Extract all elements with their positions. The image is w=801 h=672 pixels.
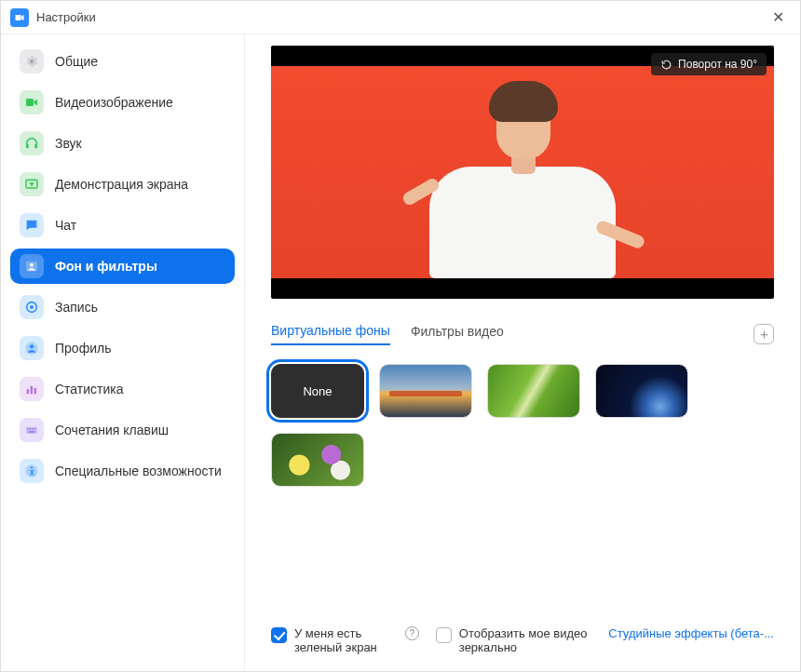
mirror-checkbox[interactable] bbox=[436, 627, 452, 643]
keyboard-icon bbox=[20, 418, 44, 442]
main-panel: Поворот на 90° Виртуальные фоны Фильтры … bbox=[245, 34, 800, 671]
svg-rect-3 bbox=[34, 144, 37, 149]
add-background-button[interactable]: ＋ bbox=[753, 324, 774, 344]
svg-rect-15 bbox=[27, 428, 28, 429]
titlebar: Настройки ✕ bbox=[1, 1, 800, 34]
sidebar-item-label: Видеоизображение bbox=[55, 95, 225, 110]
green-screen-option: У меня есть зеленый экран ? bbox=[271, 626, 419, 654]
background-thumbnails: None bbox=[271, 364, 774, 487]
bg-thumb-none[interactable]: None bbox=[271, 364, 364, 418]
close-button[interactable]: ✕ bbox=[765, 5, 791, 31]
gear-icon bbox=[20, 49, 44, 74]
sidebar-item-audio[interactable]: Звук bbox=[10, 126, 235, 161]
app-icon bbox=[10, 8, 29, 27]
svg-rect-14 bbox=[26, 427, 37, 434]
mirror-option: Отобразить мое видео зеркально bbox=[436, 626, 592, 654]
svg-point-8 bbox=[30, 305, 34, 309]
tabs-row: Виртуальные фоны Фильтры видео ＋ bbox=[271, 323, 774, 345]
green-screen-help-icon[interactable]: ? bbox=[405, 626, 419, 640]
a11y-icon bbox=[20, 459, 44, 483]
sidebar-item-label: Чат bbox=[55, 218, 225, 233]
video-preview: Поворот на 90° bbox=[271, 46, 774, 299]
sidebar-item-general[interactable]: Общие bbox=[10, 44, 235, 79]
sidebar-item-video[interactable]: Видеоизображение bbox=[10, 85, 235, 120]
sidebar-item-label: Демонстрация экрана bbox=[55, 177, 225, 192]
video-icon bbox=[20, 90, 44, 114]
svg-rect-18 bbox=[34, 428, 34, 429]
rotate-label: Поворот на 90° bbox=[678, 58, 757, 71]
bg-thumb-bridge[interactable] bbox=[379, 364, 472, 418]
rotate-90-button[interactable]: Поворот на 90° bbox=[651, 53, 767, 75]
sidebar-item-a11y[interactable]: Специальные возможности bbox=[10, 453, 235, 489]
mirror-label: Отобразить мое видео зеркально bbox=[459, 626, 592, 654]
sidebar-item-shortcuts[interactable]: Сочетания клавиш bbox=[10, 412, 235, 448]
svg-rect-19 bbox=[29, 431, 35, 432]
sidebar-item-label: Сочетания клавиш bbox=[55, 423, 225, 437]
options-row: У меня есть зеленый экран ? Отобразить м… bbox=[271, 617, 774, 654]
bg-thumb-flowers[interactable] bbox=[271, 433, 364, 487]
sidebar-item-chat[interactable]: Чат bbox=[10, 208, 235, 243]
titlebar-left: Настройки bbox=[10, 8, 96, 27]
svg-point-10 bbox=[30, 344, 34, 348]
tab-video-filters[interactable]: Фильтры видео bbox=[411, 324, 504, 344]
chat-icon bbox=[20, 213, 44, 237]
sidebar-item-share[interactable]: Демонстрация экрана bbox=[10, 167, 235, 202]
tab-virtual-backgrounds[interactable]: Виртуальные фоны bbox=[271, 323, 390, 345]
window-title: Настройки bbox=[36, 10, 96, 24]
svg-point-21 bbox=[31, 466, 33, 468]
sidebar-item-label: Фон и фильтры bbox=[55, 259, 225, 274]
record-icon bbox=[20, 295, 44, 319]
bg-thumb-none-label: None bbox=[303, 384, 332, 398]
window-body: ОбщиеВидеоизображениеЗвукДемонстрация эк… bbox=[1, 34, 800, 671]
avatar-icon bbox=[20, 336, 44, 360]
preview-image bbox=[271, 66, 774, 278]
share-icon bbox=[20, 172, 44, 196]
person-figure bbox=[401, 83, 644, 278]
sidebar-item-label: Запись bbox=[55, 300, 225, 315]
sidebar-item-label: Статистика bbox=[55, 382, 225, 396]
stats-icon bbox=[20, 377, 44, 401]
svg-rect-1 bbox=[26, 99, 34, 106]
svg-rect-13 bbox=[34, 388, 36, 395]
rotate-icon bbox=[660, 59, 672, 71]
svg-rect-11 bbox=[27, 389, 29, 394]
settings-window: Настройки ✕ ОбщиеВидеоизображениеЗвукДем… bbox=[0, 0, 801, 672]
studio-effects-link[interactable]: Студийные эффекты (бета-... bbox=[608, 626, 774, 640]
sidebar-item-label: Звук bbox=[55, 136, 225, 151]
headphones-icon bbox=[20, 131, 44, 155]
svg-rect-2 bbox=[26, 144, 29, 149]
svg-rect-16 bbox=[30, 428, 31, 429]
sidebar-item-label: Специальные возможности bbox=[55, 464, 225, 478]
sidebar-item-background[interactable]: Фон и фильтры bbox=[10, 249, 235, 284]
sidebar-item-label: Общие bbox=[55, 54, 225, 69]
sidebar-item-label: Профиль bbox=[55, 341, 225, 356]
sidebar-item-stats[interactable]: Статистика bbox=[10, 371, 235, 407]
bg-thumb-grass[interactable] bbox=[487, 364, 580, 418]
person-icon bbox=[20, 254, 44, 278]
svg-rect-12 bbox=[31, 386, 33, 395]
sidebar: ОбщиеВидеоизображениеЗвукДемонстрация эк… bbox=[1, 34, 245, 671]
svg-point-6 bbox=[30, 263, 34, 267]
bg-thumb-earth[interactable] bbox=[595, 364, 688, 418]
green-screen-label: У меня есть зеленый экран bbox=[294, 626, 394, 654]
green-screen-checkbox[interactable] bbox=[271, 627, 287, 643]
sidebar-item-profile[interactable]: Профиль bbox=[10, 330, 235, 366]
sidebar-item-recording[interactable]: Запись bbox=[10, 289, 235, 325]
svg-rect-17 bbox=[32, 428, 33, 429]
